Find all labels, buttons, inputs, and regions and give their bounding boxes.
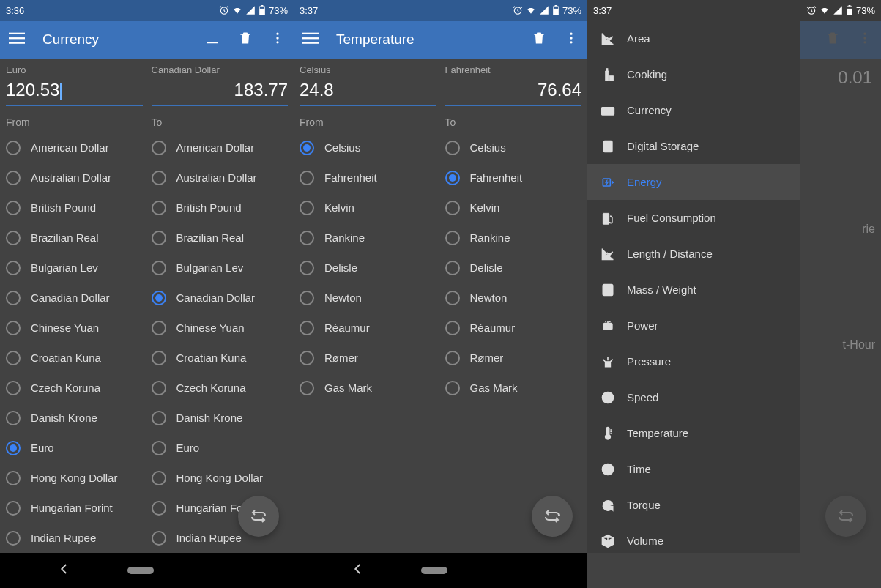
swap-fab[interactable] [532, 496, 573, 537]
radio-option[interactable]: Rankine [300, 223, 436, 253]
radio-icon [152, 231, 166, 245]
drawer-item-area[interactable]: Area [587, 21, 800, 56]
svg-point-19 [570, 41, 572, 43]
to-value-input[interactable]: 183.77 [152, 78, 289, 106]
radio-option[interactable]: Czech Koruna [6, 373, 143, 403]
cash-icon [601, 103, 627, 118]
radio-option[interactable]: Fahrenheit [445, 163, 582, 193]
radio-icon [445, 261, 460, 275]
nav-home-pill[interactable] [127, 567, 154, 574]
radio-option[interactable]: Brazilian Real [6, 223, 143, 253]
radio-label: Réaumur [324, 321, 370, 334]
drawer-item-digital-storage[interactable]: Digital Storage [587, 128, 800, 164]
radio-option[interactable]: Danish Krone [6, 403, 143, 433]
radio-label: Croatian Kuna [31, 351, 101, 364]
hamburger-icon[interactable] [302, 30, 319, 49]
toolbar: Temperature [294, 21, 587, 59]
swap-fab[interactable] [238, 496, 279, 537]
overflow-icon[interactable] [564, 31, 579, 48]
wifi-icon [526, 5, 536, 15]
radio-option[interactable]: Gas Mark [300, 373, 436, 403]
radio-option[interactable]: Rømer [300, 343, 436, 373]
drawer-item-mass-weight[interactable]: Mass / Weight [587, 272, 800, 308]
radio-icon [6, 141, 21, 155]
radio-label: Australian Dollar [176, 171, 257, 184]
radio-option[interactable]: Danish Krone [152, 403, 289, 433]
radio-option[interactable]: Croatian Kuna [6, 343, 143, 373]
from-label: From [300, 116, 436, 128]
hamburger-icon[interactable] [9, 30, 25, 49]
delete-icon [825, 31, 840, 48]
radio-option[interactable]: Australian Dollar [6, 163, 143, 193]
nav-back-icon[interactable] [352, 562, 365, 578]
radio-option[interactable]: Czech Koruna [152, 373, 289, 403]
drawer-item-volume[interactable]: Volume [587, 523, 800, 553]
svg-rect-6 [9, 42, 25, 44]
radio-option[interactable]: Canadian Dollar [6, 283, 143, 313]
radio-option[interactable]: Chinese Yuan [152, 313, 289, 343]
svg-point-25 [863, 37, 866, 39]
radio-option[interactable]: Newton [445, 283, 582, 313]
radio-option[interactable]: Brazilian Real [152, 223, 289, 253]
radio-option[interactable]: British Pound [152, 193, 289, 223]
drawer-item-torque[interactable]: Torque [587, 487, 800, 523]
radio-option[interactable]: Euro [6, 433, 143, 463]
radio-label: American Dollar [176, 141, 255, 154]
radio-icon [152, 501, 166, 516]
drawer-item-length-distance[interactable]: Length / Distance [587, 236, 800, 272]
radio-option[interactable]: Delisle [300, 253, 436, 283]
drawer-item-currency[interactable]: Currency [587, 92, 800, 128]
drawer-item-time[interactable]: Time [587, 451, 800, 487]
nav-back-icon[interactable] [58, 562, 71, 578]
radio-option[interactable]: Croatian Kuna [152, 343, 289, 373]
download-icon[interactable] [204, 30, 220, 49]
delete-icon[interactable] [532, 31, 546, 48]
drawer-item-cooking[interactable]: Cooking [587, 56, 800, 92]
radio-option[interactable]: Australian Dollar [152, 163, 289, 193]
to-value-input[interactable]: 76.64 [445, 78, 582, 106]
radio-option[interactable]: Newton [300, 283, 436, 313]
radio-option[interactable]: Hong Kong Dollar [6, 463, 143, 493]
radio-option[interactable]: American Dollar [152, 133, 289, 163]
from-value-input[interactable]: 120.53 [6, 78, 143, 106]
svg-rect-35 [603, 284, 612, 295]
radio-option[interactable]: Kelvin [300, 193, 436, 223]
radio-icon [300, 351, 314, 365]
radio-option[interactable]: Delisle [445, 253, 582, 283]
drawer-item-power[interactable]: Power [587, 308, 800, 343]
radio-option[interactable]: Hong Kong Dollar [152, 463, 289, 493]
radio-option[interactable]: British Pound [6, 193, 143, 223]
drawer-item-speed[interactable]: Speed [587, 379, 800, 415]
nav-home-pill[interactable] [421, 567, 447, 574]
radio-icon [6, 321, 21, 335]
radio-icon [445, 141, 460, 155]
radio-option[interactable]: Celsius [445, 133, 582, 163]
radio-option[interactable]: Celsius [300, 133, 436, 163]
drawer-item-pressure[interactable]: Pressure [587, 343, 800, 379]
radio-option[interactable]: Bulgarian Lev [152, 253, 289, 283]
overflow-icon[interactable] [270, 31, 285, 48]
radio-option[interactable]: Rømer [445, 343, 582, 373]
delete-icon[interactable] [238, 31, 253, 48]
drawer: AreaCookingCurrencyDigital StorageEnergy… [587, 21, 800, 553]
radio-option[interactable]: Gas Mark [445, 373, 582, 403]
alarm-icon [806, 5, 817, 15]
radio-option[interactable]: Fahrenheit [300, 163, 436, 193]
radio-option[interactable]: Rankine [445, 223, 582, 253]
radio-option[interactable]: Réaumur [445, 313, 582, 343]
radio-option[interactable]: Chinese Yuan [6, 313, 143, 343]
from-value-input[interactable]: 24.8 [300, 78, 436, 106]
drawer-item-energy[interactable]: Energy [587, 164, 800, 200]
radio-option[interactable]: American Dollar [6, 133, 143, 163]
radio-option[interactable]: Kelvin [445, 193, 582, 223]
radio-option[interactable]: Réaumur [300, 313, 436, 343]
radio-option[interactable]: Hungarian Forint [6, 493, 143, 523]
radio-option[interactable]: Canadian Dollar [152, 283, 289, 313]
radio-option[interactable]: Bulgarian Lev [6, 253, 143, 283]
from-radio-list: CelsiusFahrenheitKelvinRankineDelisleNew… [300, 133, 436, 403]
radio-option[interactable]: Indian Rupee [6, 523, 143, 553]
drawer-item-fuel-consumption[interactable]: Fuel Consumption [587, 200, 800, 236]
drawer-item-temperature[interactable]: Temperature [587, 415, 800, 451]
radio-option[interactable]: Euro [152, 433, 289, 463]
radio-icon [6, 171, 21, 185]
